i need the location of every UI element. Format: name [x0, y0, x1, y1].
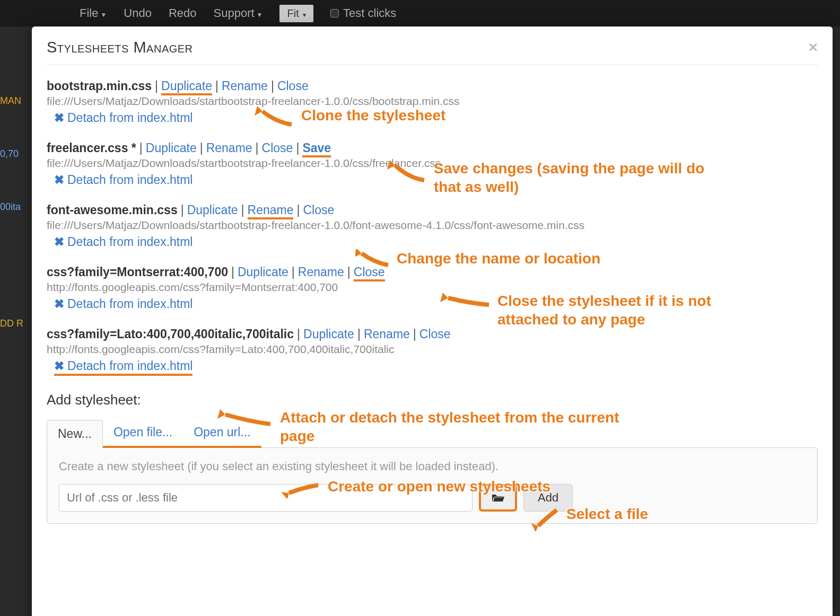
x-icon: ✖: [54, 111, 64, 125]
x-icon: ✖: [54, 173, 64, 187]
save-link[interactable]: Save: [302, 141, 331, 157]
menu-file[interactable]: File▼: [80, 6, 107, 20]
stylesheet-name: bootstrap.min.css: [47, 79, 152, 93]
close-link[interactable]: Close: [277, 79, 309, 93]
arrow-icon: [217, 408, 276, 429]
stylesheet-row: css?family=Lato:400,700,400italic,700ita…: [47, 327, 818, 376]
menu-undo[interactable]: Undo: [124, 6, 152, 20]
rename-link[interactable]: Rename: [364, 327, 410, 341]
duplicate-link[interactable]: Duplicate: [303, 327, 354, 341]
x-icon: ✖: [54, 359, 64, 373]
chevron-down-icon: ▾: [301, 11, 306, 19]
top-menubar: File▼ Undo Redo Support▼ Fit ▾ Test clic…: [0, 0, 840, 27]
close-link[interactable]: Close: [262, 141, 293, 155]
stylesheet-name: font-awesome.min.css: [47, 203, 178, 217]
test-clicks-toggle[interactable]: Test clicks: [330, 6, 396, 20]
stylesheet-path: file:///Users/Matjaz/Downloads/startboot…: [47, 219, 818, 232]
arrow-icon: [355, 249, 392, 270]
rename-link[interactable]: Rename: [222, 79, 268, 93]
annotation-select: Select a file: [530, 505, 648, 531]
close-link[interactable]: Close: [303, 203, 334, 217]
rename-link[interactable]: Rename: [206, 141, 252, 155]
duplicate-link[interactable]: Duplicate: [161, 79, 212, 95]
annotation-rename: Change the name or location: [355, 249, 600, 270]
modal-title: Stylesheets Manager: [47, 39, 193, 56]
rename-link[interactable]: Rename: [298, 265, 344, 279]
checkbox-icon: [330, 9, 339, 17]
detach-link[interactable]: ✖Detach from index.html: [54, 173, 192, 187]
x-icon: ✖: [54, 235, 64, 249]
annotation-clone: Clone the stylesheet: [255, 106, 445, 127]
arrow-icon: [530, 505, 562, 531]
annotation-close: Close the stylesheet if it is not attach…: [440, 292, 721, 329]
detach-link[interactable]: ✖Detach from index.html: [54, 359, 192, 373]
chevron-down-icon: ▼: [257, 11, 263, 19]
detach-link[interactable]: ✖Detach from index.html: [54, 111, 192, 125]
menu-redo[interactable]: Redo: [169, 6, 197, 20]
arrow-icon: [387, 159, 430, 186]
rename-link[interactable]: Rename: [248, 203, 294, 219]
detach-link[interactable]: ✖Detach from index.html: [54, 235, 192, 249]
tab-new[interactable]: New...: [47, 420, 103, 448]
duplicate-link[interactable]: Duplicate: [238, 265, 288, 279]
tab-open-file[interactable]: Open file...: [103, 419, 183, 448]
stylesheet-row: font-awesome.min.css|Duplicate|Rename|Cl…: [47, 203, 818, 249]
arrow-icon: [255, 106, 297, 127]
annotation-save: Save changes (saving the page will do th…: [387, 159, 716, 196]
stylesheet-name: css?family=Lato:400,700,400italic,700ita…: [47, 327, 294, 341]
duplicate-link[interactable]: Duplicate: [187, 203, 238, 217]
arrow-icon: [281, 477, 323, 498]
fit-button[interactable]: Fit ▾: [279, 5, 313, 22]
stylesheet-name: css?family=Montserrat:400,700: [47, 265, 228, 279]
menu-support[interactable]: Support▼: [214, 6, 263, 20]
stylesheet-path: http://fonts.googleapis.com/css?family=L…: [47, 343, 818, 356]
x-icon: ✖: [54, 297, 64, 311]
arrow-icon: [440, 292, 493, 313]
add-stylesheet-heading: Add stylesheet:: [47, 392, 818, 408]
stylesheet-name: freelancer.css *: [47, 141, 136, 155]
test-clicks-label: Test clicks: [343, 6, 396, 20]
chevron-down-icon: ▼: [100, 11, 107, 19]
annotation-detach: Attach or detach the stylesheet from the…: [217, 408, 620, 445]
annotation-create: Create or open new stylesheets: [281, 477, 550, 498]
close-link[interactable]: Close: [419, 327, 451, 341]
close-icon[interactable]: ×: [808, 38, 818, 56]
add-panel-desc: Create a new stylesheet (if you select a…: [59, 460, 806, 473]
detach-link[interactable]: ✖Detach from index.html: [54, 297, 192, 311]
duplicate-link[interactable]: Duplicate: [146, 141, 197, 155]
background-sidebar: MAN 0,70 00ita DD R: [0, 85, 32, 360]
